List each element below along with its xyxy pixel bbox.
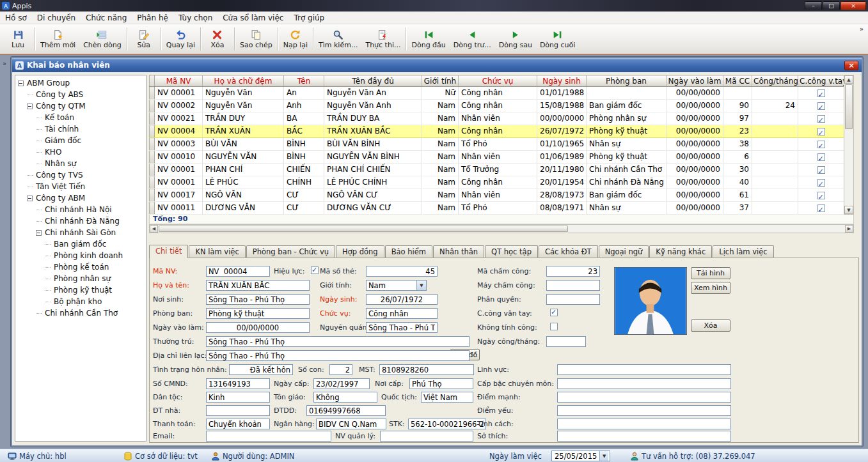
toolbar-button-undo[interactable]: Quay lại <box>162 29 199 50</box>
xoa-hinh-button[interactable]: Xóa <box>691 320 730 332</box>
grid-row[interactable]: NV 00021TRẦN DUYBATRẦN DUY BANamNhân viê… <box>150 112 844 125</box>
grid-cell[interactable]: Nguyễn Văn Anh <box>324 100 422 112</box>
grid-cell[interactable]: Nguyễn Văn <box>203 87 284 100</box>
tab-2[interactable]: Phòng ban - Chức vụ <box>246 245 335 258</box>
grid-cell[interactable]: 01/01/1988 <box>537 87 587 100</box>
tree-item[interactable]: Phòng kỹ thuật <box>15 284 146 296</box>
grid-cell[interactable]: NV 00001 <box>155 164 203 176</box>
grid-cell[interactable]: BÌNH <box>284 138 324 151</box>
grid-cell[interactable]: Công nhân <box>459 100 537 112</box>
tree-item[interactable]: Chi nhánh Sài Gòn <box>15 227 146 238</box>
tree-item[interactable]: Công ty TVS <box>15 169 146 181</box>
calendar-dropdown-icon[interactable]: ▼ <box>599 451 608 461</box>
tree-item[interactable]: Tân Việt Tiến <box>15 181 146 192</box>
grid-cell[interactable] <box>752 125 798 138</box>
grid-cell[interactable]: Nhân sự <box>587 138 667 151</box>
grid-row[interactable]: NV 00004TRẦN XUÂNBẮCTRẦN XUÂN BẮCNamCông… <box>150 125 844 138</box>
tree-item[interactable]: Ban giám đốc <box>15 238 146 250</box>
grid-cell[interactable]: 37 <box>723 202 752 215</box>
collapse-icon[interactable] <box>27 104 33 109</box>
grid-cell[interactable]: 01/06/1989 <box>537 151 587 164</box>
input-nguyen_quan[interactable] <box>366 322 438 333</box>
input-ma_cham_cong[interactable] <box>546 266 600 277</box>
menu-item-6[interactable]: Trợ giúp <box>288 12 329 24</box>
input-ngay_cap[interactable] <box>313 378 370 389</box>
grid-cell[interactable] <box>752 138 798 151</box>
input-ngay_vao_lam[interactable] <box>206 322 310 333</box>
input-ngay_sinh[interactable] <box>366 294 438 305</box>
grid-row[interactable]: NV 00003BÙI VĂNBÌNHBÙI VĂN BÌNHNamTổ Phó… <box>150 138 844 151</box>
column-header[interactable]: Giới tính <box>422 75 459 87</box>
tree-item[interactable]: Giám đốc <box>15 135 146 146</box>
maximize-button[interactable]: □ <box>823 1 840 10</box>
grid-cell[interactable] <box>752 202 798 215</box>
input-dtdd[interactable] <box>306 405 386 416</box>
tai-hinh-button[interactable]: Tải hình <box>691 267 730 279</box>
grid-cell[interactable]: Ban giám đốc <box>587 189 667 202</box>
tree-item[interactable]: Công ty QTM <box>15 100 146 112</box>
grid-cell[interactable]: Phòng kỹ thuật <box>587 125 667 138</box>
checkbox-c_cong_van_tay[interactable] <box>550 309 558 316</box>
grid-cell[interactable]: NV 00017 <box>155 189 203 202</box>
fingerprint-checkbox[interactable] <box>817 166 825 174</box>
fingerprint-checkbox[interactable] <box>817 192 825 199</box>
input-so_cmnd[interactable] <box>206 378 270 389</box>
tree-item[interactable]: Phòng kế toán <box>15 261 146 273</box>
grid-cell[interactable]: Nam <box>422 176 459 189</box>
grid-cell[interactable]: 00/00/0000 <box>667 202 723 215</box>
grid-cell[interactable]: 00/00/0000 <box>667 112 723 125</box>
tree-item[interactable]: Công ty ABM <box>15 192 146 204</box>
grid-cell[interactable]: NGUYỄN VĂN <box>203 151 284 164</box>
toolbar-button-save[interactable]: Lưu <box>3 29 33 50</box>
grid-cell[interactable]: NV 00010 <box>155 151 203 164</box>
tree-item[interactable]: Nhân sự <box>15 158 146 169</box>
tab-4[interactable]: Bảo hiểm <box>385 245 432 258</box>
input-so_thich[interactable] <box>557 431 731 442</box>
input-ngan_hang[interactable] <box>316 419 386 429</box>
grid-cell[interactable]: CHIẾN <box>284 164 324 176</box>
input-phong_ban[interactable] <box>206 308 310 319</box>
grid-cell[interactable]: NGÔ VĂN CƯ <box>324 189 422 202</box>
grid-cell[interactable]: 00/00/0000 <box>667 125 723 138</box>
tab-6[interactable]: QT học tập <box>485 245 538 258</box>
input-ho_va_ten[interactable] <box>206 280 310 291</box>
grid-row[interactable]: NV 00001Nguyễn VănAnNguyễn Văn AnNữCông … <box>150 87 844 100</box>
input-chuc_vu[interactable] <box>366 308 438 319</box>
menu-item-1[interactable]: Di chuyển <box>32 12 81 24</box>
grid-cell[interactable]: Phòng nhân sự <box>587 112 667 125</box>
grid-cell[interactable]: 00/00/0000 <box>667 151 723 164</box>
grid-cell[interactable]: TRẦN DUY <box>203 112 284 125</box>
grid-cell[interactable]: DƯƠNG VĂN <box>203 202 284 215</box>
grid-cell[interactable]: 00/00/0000 <box>667 164 723 176</box>
tab-0[interactable]: Chi tiết <box>149 245 188 258</box>
grid-cell[interactable]: LÊ PHÚC <box>203 176 284 189</box>
column-header[interactable]: Họ và chữ đệm <box>203 75 284 87</box>
grid-cell[interactable]: Ban giám đốc <box>587 100 667 112</box>
tree-item[interactable]: ABM Group <box>15 77 146 89</box>
input-diem_manh[interactable] <box>557 392 731 403</box>
grid-cell[interactable]: 01/10/1965 <box>537 138 587 151</box>
toolbar-button-first-row[interactable]: Dòng đầu <box>407 29 449 50</box>
collapse-icon[interactable] <box>27 196 33 201</box>
grid-cell[interactable]: Nam <box>422 125 459 138</box>
xem-hinh-button[interactable]: Xem hình <box>691 282 730 294</box>
toolbar-button-execute[interactable]: Thực thi... <box>361 29 404 50</box>
menu-item-3[interactable]: Phân hệ <box>132 12 173 24</box>
grid-cell[interactable]: 30 <box>723 164 752 176</box>
column-header[interactable]: Ngày sinh <box>537 75 587 87</box>
tab-9[interactable]: Kỹ năng khác <box>649 245 712 258</box>
grid-cell[interactable]: 00/00/0000 <box>667 138 723 151</box>
tree-item[interactable]: Chi nhánh Cần Thơ <box>15 307 146 319</box>
grid-row[interactable]: NV 00001LÊ PHÚCCHÍNHLÊ PHÚC CHÍNHNamCông… <box>150 176 844 189</box>
grid-vertical-scrollbar[interactable]: ▲ ▼ <box>844 75 854 215</box>
grid-cell[interactable]: 61 <box>723 189 752 202</box>
input-linh_vuc[interactable] <box>557 364 731 375</box>
input-tinh_trang_hon_nhan[interactable] <box>229 364 293 375</box>
toolbar-button-edit[interactable]: Sửa <box>129 29 159 50</box>
grid-cell[interactable]: 38 <box>723 138 752 151</box>
tree-item[interactable]: Chi nhánh Đà Nẵng <box>15 215 146 227</box>
input-dt_nha[interactable] <box>206 405 270 416</box>
scroll-right-icon[interactable]: ▶ <box>845 225 853 233</box>
grid-cell[interactable]: 28/08/1973 <box>537 189 587 202</box>
grid-cell[interactable]: NV 00021 <box>155 112 203 125</box>
